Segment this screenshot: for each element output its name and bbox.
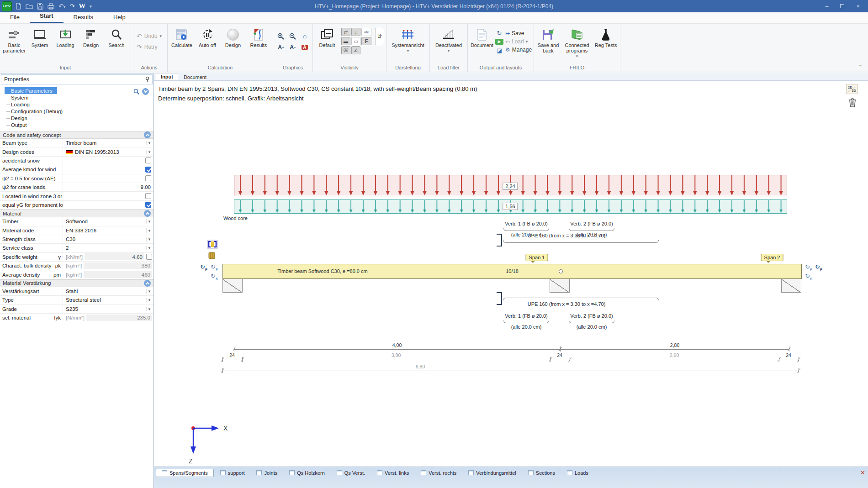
material-code-select[interactable]: EN 338:2016▾ — [63, 226, 153, 235]
retry-button[interactable]: ↷Retry — [137, 43, 162, 51]
span2-tag[interactable]: Span 2 — [761, 254, 783, 261]
strength-class-select[interactable]: C30▾ — [63, 235, 153, 243]
rotate-f-left-icon[interactable]: ↻F — [200, 264, 207, 273]
save-and-back-button[interactable]: Save and back — [536, 25, 561, 58]
print-icon[interactable] — [48, 3, 54, 10]
section-collapse-icon[interactable] — [144, 131, 151, 138]
section-collapse-icon[interactable] — [144, 210, 151, 217]
section-material-verstaerkung[interactable]: Material Verstärkung — [0, 279, 153, 287]
support-middle[interactable] — [550, 279, 570, 293]
connected-programs-button[interactable]: Connected programs ▾ — [561, 25, 593, 59]
beam-type-select[interactable]: Timber beam▾ — [63, 139, 153, 147]
system-button[interactable]: System — [27, 25, 52, 58]
tree-item-output[interactable]: Output — [5, 121, 153, 128]
auto-off-button[interactable]: Auto off — [195, 25, 220, 58]
font-color-icon[interactable]: A — [301, 43, 309, 51]
tab-help[interactable]: Help — [103, 12, 136, 23]
section-collapse-icon[interactable] — [144, 280, 151, 287]
layout-manage-button[interactable]: ⚙Manage — [505, 47, 532, 53]
steel-type-select[interactable]: Structural steel▾ — [63, 296, 153, 304]
word-export-icon[interactable]: W — [79, 2, 85, 10]
load-filter-button[interactable]: Deactivated ▾ — [432, 25, 466, 58]
tab-results[interactable]: Results — [64, 12, 103, 23]
run-layout-icon[interactable]: ▶ — [495, 39, 503, 45]
collapse-all-icon[interactable] — [142, 88, 149, 95]
rotate-f2-left-icon[interactable]: ↻F — [211, 264, 218, 273]
undo-icon[interactable]: ↶▾ — [58, 3, 65, 10]
undo-button[interactable]: ↶Undo▾ — [137, 32, 162, 40]
customize-toolbar-icon[interactable]: ▾ — [90, 4, 92, 9]
span1-tag[interactable]: Span 1 — [526, 254, 548, 261]
support-right[interactable] — [781, 279, 801, 293]
tab-verst-rechts[interactable]: Verst. rechts — [415, 469, 462, 477]
tab-verst-links[interactable]: Verst. links — [371, 469, 414, 477]
specific-weight-field[interactable]: 4.60 — [85, 253, 144, 260]
minimize-button[interactable]: – — [825, 3, 828, 10]
fastener-icon[interactable] — [208, 252, 215, 260]
cross-section-icon[interactable] — [207, 240, 218, 249]
refresh-layout-icon[interactable]: ↻ — [495, 30, 503, 37]
tree-item-configuration[interactable]: Configuration (Debug) — [5, 108, 153, 115]
timber-beam[interactable]: Timber beam Softwood C30, e =80.0 cm 10/… — [222, 264, 802, 279]
tab-support[interactable]: support — [215, 469, 250, 477]
toggle-span-arrows-icon[interactable]: ⇄ — [341, 28, 350, 36]
tab-qs-holzkern[interactable]: Qs Holzkern — [284, 469, 330, 477]
load-value-top[interactable]: 2,24 — [503, 183, 518, 190]
search-button[interactable]: Search — [104, 25, 129, 58]
results-button[interactable]: Results — [246, 25, 271, 58]
rotate-k-left-icon[interactable]: ↻K — [211, 273, 218, 282]
toggle-angles-icon[interactable]: ∠ — [351, 46, 360, 54]
timber-select[interactable]: Softwood▾ — [63, 217, 153, 226]
basic-parameter-button[interactable]: Basic parameter — [2, 25, 26, 58]
tree-item-system[interactable]: System — [5, 94, 153, 101]
save-icon[interactable] — [37, 3, 43, 10]
close-table-icon[interactable]: ✕ — [860, 469, 865, 476]
zoom-home-icon[interactable]: ⌂ — [301, 32, 309, 40]
open-folder-icon[interactable] — [26, 3, 33, 9]
calculate-button[interactable]: Calculate — [169, 25, 194, 58]
visibility-default-button[interactable]: Default — [315, 25, 339, 58]
toggle-load-arrows-icon[interactable]: ↓ — [351, 28, 360, 36]
font-decrease-icon[interactable]: A− — [289, 43, 297, 51]
font-increase-icon[interactable]: A+ — [277, 43, 285, 51]
pin-icon[interactable] — [145, 77, 149, 82]
toggle-supports-icon[interactable]: ▬ — [341, 37, 350, 45]
layout-image-icon[interactable]: ◪ — [495, 47, 503, 54]
checkbox[interactable] — [145, 202, 151, 208]
checkbox[interactable] — [145, 175, 151, 181]
tree-item-design[interactable]: Design — [5, 115, 153, 121]
design-codes-select[interactable]: DIN EN 1995:2013▾ — [63, 147, 153, 156]
tab-joints[interactable]: Joints — [251, 469, 283, 477]
layout-load-button[interactable]: ↤Load▾ — [505, 38, 532, 45]
tree-item-basic-parameters[interactable]: Basic Parameters — [5, 87, 57, 94]
node-marker[interactable] — [559, 269, 563, 273]
layout-save-button[interactable]: ↦Save — [505, 30, 532, 37]
tab-file[interactable]: File — [0, 12, 30, 23]
reg-tests-button[interactable]: Reg Tests — [593, 25, 618, 58]
section-code-safety[interactable]: Code and safety concept — [0, 131, 153, 139]
checkbox[interactable] — [145, 167, 151, 173]
toggle-forces-icon[interactable]: F — [361, 37, 371, 45]
tree-search-icon[interactable] — [133, 89, 139, 94]
tab-spans-segments[interactable]: Spans/Segments — [156, 469, 214, 477]
tab-loads[interactable]: Loads — [561, 469, 594, 477]
steel-grade-select[interactable]: S235▾ — [63, 305, 153, 313]
systemansicht-button[interactable]: Systemansicht ▾ — [388, 25, 428, 58]
checkbox[interactable] — [146, 254, 152, 260]
psi2-crane-input[interactable]: 9.00 — [63, 183, 153, 191]
tab-verbindungsmittel[interactable]: Verbindungsmittel — [463, 469, 521, 477]
toggle-labels-icon[interactable]: abl — [361, 28, 371, 36]
new-document-icon[interactable] — [16, 3, 21, 10]
section-material[interactable]: Material — [0, 210, 153, 217]
checkbox[interactable] — [145, 157, 151, 163]
toggle-annotations-icon[interactable]: Ⓐ — [341, 46, 350, 54]
rotate-f2-right-icon[interactable]: ↻F — [815, 264, 822, 273]
loading-button[interactable]: Loading — [53, 25, 78, 58]
redo-icon[interactable]: ↷ — [69, 3, 74, 10]
checkbox[interactable] — [145, 193, 151, 199]
tab-start[interactable]: Start — [30, 10, 64, 23]
rotate-f-right-icon[interactable]: ↻F — [805, 264, 812, 273]
design-button[interactable]: Design — [79, 25, 103, 58]
maximize-button[interactable] — [840, 4, 844, 8]
toggle-dimensions-icon[interactable]: ▭ — [351, 37, 360, 45]
